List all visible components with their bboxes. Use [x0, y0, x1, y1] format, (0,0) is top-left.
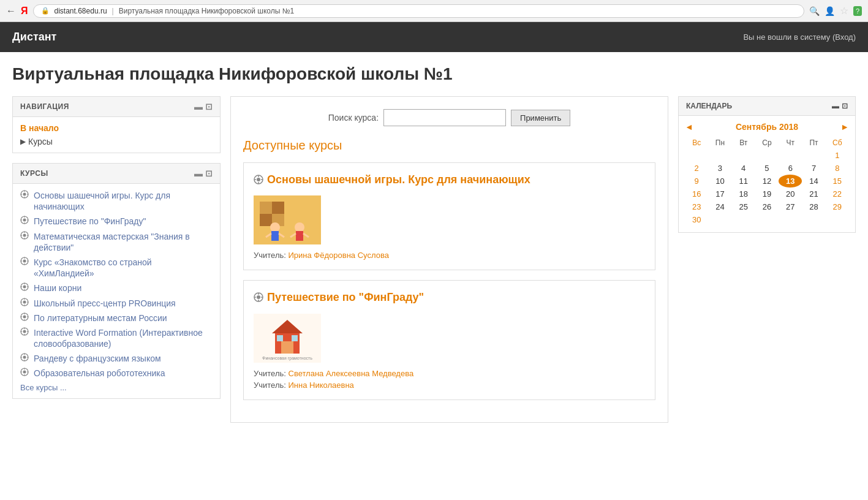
- calendar-day[interactable]: 14: [802, 175, 825, 188]
- calendar-day[interactable]: 2: [685, 162, 708, 175]
- courses-header-icons: ▬ ⊡: [194, 169, 213, 178]
- svg-point-1: [23, 193, 26, 196]
- calendar-day[interactable]: 13: [779, 175, 802, 188]
- calendar-day[interactable]: 18: [732, 188, 755, 200]
- calendar-day[interactable]: 12: [755, 175, 779, 188]
- svg-text:Финансовая грамотность: Финансовая грамотность: [262, 356, 312, 361]
- url-page-title: Виртуальная площадка Никифоровской школы…: [119, 7, 295, 15]
- course-1-title[interactable]: Основы шашечной игры. Курс для начинающи…: [254, 173, 645, 188]
- calendar-day[interactable]: 23: [685, 200, 708, 213]
- course-gear-icon: [20, 298, 30, 309]
- calendar-day: [685, 149, 708, 162]
- sidebar-course-item: Рандеву с французским языком: [20, 353, 213, 364]
- calendar-day[interactable]: 3: [708, 162, 731, 175]
- search-icon[interactable]: 🔍: [809, 6, 820, 16]
- svg-rect-69: [260, 214, 272, 226]
- calendar-day[interactable]: 1: [826, 149, 849, 162]
- minimize-icon[interactable]: ▬: [194, 102, 203, 112]
- sidebar-course-link[interactable]: Interactive Word Formation (Интерактивно…: [34, 327, 213, 349]
- home-link[interactable]: В начало: [20, 123, 213, 133]
- extension-icon[interactable]: ?: [853, 6, 862, 16]
- svg-rect-71: [271, 231, 279, 241]
- svg-rect-75: [296, 231, 303, 241]
- calendar-day[interactable]: 6: [779, 162, 802, 175]
- calendar-day[interactable]: 24: [708, 200, 731, 213]
- calendar-weekday-header: Чт: [779, 137, 802, 149]
- calendar-day[interactable]: 27: [779, 200, 802, 213]
- calendar-next-button[interactable]: ►: [840, 122, 849, 132]
- sidebar-course-link[interactable]: Основы шашечной игры. Курс для начинающи…: [34, 190, 213, 212]
- back-button[interactable]: ←: [6, 6, 16, 17]
- sidebar-course-link[interactable]: Школьный пресс-центр PROвинция: [34, 298, 176, 309]
- sidebar-course-link[interactable]: Образовательная робототехника: [34, 368, 165, 379]
- calendar-day[interactable]: 4: [732, 162, 755, 175]
- calendar-day: [708, 149, 731, 162]
- navigation-block-header: НАВИГАЦИЯ ▬ ⊡: [13, 97, 220, 117]
- calendar-day[interactable]: 8: [826, 162, 849, 175]
- browser-actions: 🔍 👤 ☆ ?: [809, 5, 862, 17]
- calendar-day[interactable]: 25: [732, 200, 755, 213]
- calendar-day[interactable]: 7: [802, 162, 825, 175]
- course-gear-icon: [20, 282, 30, 294]
- sidebar-course-link[interactable]: По литературным местам России: [34, 312, 167, 324]
- sidebar-course-link[interactable]: Математическая мастерская "Знания в дейс…: [34, 231, 213, 253]
- calendar-day: [802, 213, 825, 226]
- calendar-dock-icon[interactable]: ⊡: [842, 102, 848, 110]
- courses-minimize-icon[interactable]: ▬: [194, 169, 203, 178]
- course-gear-icon: [20, 327, 30, 338]
- course-1-title-text: Основы шашечной игры. Курс для начинающи…: [267, 173, 530, 187]
- url-bar[interactable]: 🔒 distant.68edu.ru | Виртуальная площадк…: [33, 4, 804, 18]
- sidebar-course-link[interactable]: Рандеву с французским языком: [34, 353, 161, 364]
- bookmark-icon[interactable]: ☆: [840, 5, 848, 17]
- calendar-prev-button[interactable]: ◄: [685, 122, 693, 132]
- svg-point-74: [295, 222, 304, 232]
- course-2-teacher-2-name[interactable]: Инна Николаевна: [289, 381, 354, 390]
- calendar-minimize-icon[interactable]: ▬: [832, 102, 839, 110]
- navigation-header-title: НАВИГАЦИЯ: [20, 102, 69, 111]
- course-1-icon: [254, 174, 263, 188]
- calendar-day[interactable]: 22: [826, 188, 849, 200]
- calendar-day[interactable]: 19: [755, 188, 779, 200]
- calendar-day[interactable]: 26: [755, 200, 779, 213]
- calendar-weekday-header: Вс: [685, 137, 708, 149]
- calendar-day[interactable]: 30: [685, 213, 708, 226]
- center-content: Поиск курса: Применить Доступные курсы О…: [230, 96, 668, 423]
- calendar-day[interactable]: 21: [802, 188, 825, 200]
- account-icon[interactable]: 👤: [825, 6, 835, 16]
- search-input[interactable]: [383, 109, 506, 126]
- navigation-block: НАВИГАЦИЯ ▬ ⊡ В начало ▶ Курсы: [12, 96, 221, 153]
- calendar-day[interactable]: 5: [755, 162, 779, 175]
- sidebar-course-link[interactable]: Путешествие по "ФинГраду": [34, 216, 146, 227]
- course-2-teacher-2-label: Учитель:: [254, 381, 286, 390]
- svg-point-49: [23, 356, 26, 359]
- dock-icon[interactable]: ⊡: [205, 102, 213, 112]
- course-2-image: Финансовая грамотность: [254, 314, 321, 363]
- calendar-day[interactable]: 11: [732, 175, 755, 188]
- sidebar-course-link[interactable]: Наши корни: [34, 282, 81, 294]
- calendar-week-row: 16171819202122: [685, 188, 849, 200]
- calendar-weekday-header: Вт: [732, 137, 755, 149]
- calendar-day[interactable]: 15: [826, 175, 849, 188]
- calendar-day[interactable]: 9: [685, 175, 708, 188]
- course-1-teacher-name[interactable]: Ирина Фёдоровна Суслова: [289, 251, 389, 260]
- svg-point-37: [23, 315, 26, 318]
- calendar-body: ◄ Сентябрь 2018 ► ВсПнВтСрЧтПтСб 1234567…: [679, 116, 855, 232]
- course-2-title[interactable]: Путешествие по "ФинГраду": [254, 290, 645, 306]
- calendar-day[interactable]: 10: [708, 175, 731, 188]
- courses-nav-item[interactable]: ▶ Курсы: [20, 137, 213, 146]
- search-button[interactable]: Применить: [511, 110, 570, 126]
- course-2-teacher-1-name[interactable]: Светлана Алексеевна Медведева: [289, 369, 414, 378]
- calendar-day[interactable]: 29: [826, 200, 849, 213]
- calendar-day[interactable]: 17: [708, 188, 731, 200]
- calendar-day[interactable]: 20: [779, 188, 802, 200]
- page-content: Виртуальная площадка Никифоровской школы…: [0, 52, 868, 435]
- all-courses-link[interactable]: Все курсы ...: [20, 383, 213, 392]
- courses-dock-icon[interactable]: ⊡: [205, 169, 213, 178]
- calendar-day[interactable]: 16: [685, 188, 708, 200]
- sidebar-course-item: Путешествие по "ФинГраду": [20, 216, 213, 227]
- course-2-teacher-2: Учитель: Инна Николаевна: [254, 381, 645, 390]
- svg-point-70: [270, 222, 280, 232]
- sidebar-course-link[interactable]: Курс «Знакомство со страной «ХимЛандией»: [34, 257, 213, 279]
- calendar-day[interactable]: 28: [802, 200, 825, 213]
- course-1-teacher-label: Учитель:: [254, 251, 286, 260]
